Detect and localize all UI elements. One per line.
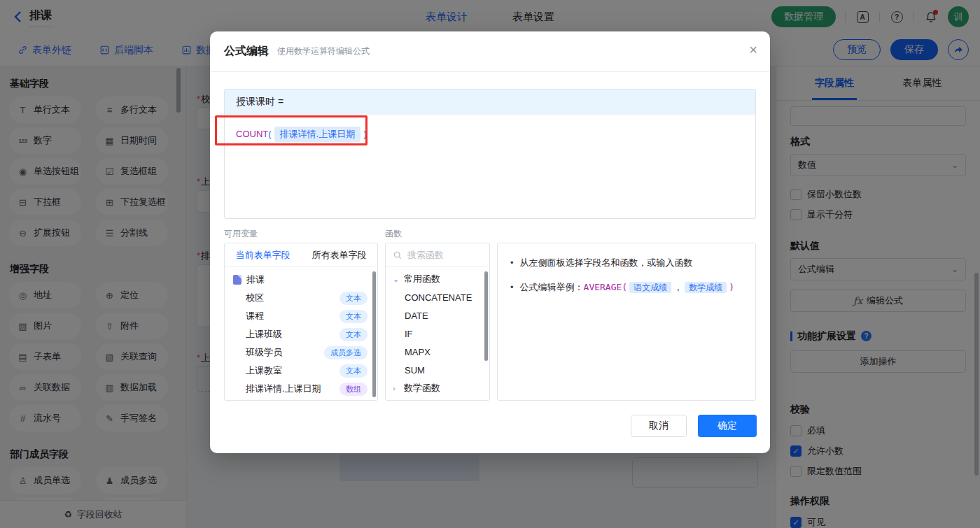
search-icon xyxy=(393,250,402,260)
variable-name: 上课班级 xyxy=(246,328,282,341)
function-name: DATE xyxy=(405,311,428,321)
functions-list: 常用函数 CONCATENATE DATE IF xyxy=(386,267,489,401)
variable-name: 课程 xyxy=(246,310,264,322)
variables-list: 校区 文本 课程 文本 上课班级 文本 班级学员 xyxy=(225,289,377,398)
function-name: MAPX xyxy=(405,347,430,357)
variable-type-badge: 文本 xyxy=(340,364,368,378)
function-row[interactable]: 数学函数 xyxy=(386,379,489,397)
function-row[interactable]: MAPX xyxy=(386,343,489,361)
variables-tabs: 当前表单字段 所有表单字段 xyxy=(225,243,377,267)
function-search[interactable] xyxy=(386,243,489,267)
variable-name: 上课教室 xyxy=(246,364,282,377)
formula-target: 授课课时 = xyxy=(225,90,755,115)
function-name: 常用函数 xyxy=(404,273,440,285)
variable-row[interactable]: 排课详情.上课日期 数组 xyxy=(225,380,377,398)
functions-scrollbar[interactable] xyxy=(484,271,488,361)
tab-all-form-fields[interactable]: 所有表单字段 xyxy=(301,243,377,266)
variable-name: 班级学员 xyxy=(246,346,282,359)
formula-field-token[interactable]: 排课详情.上课日期 xyxy=(274,127,361,142)
example-field-token: 数学成绩 xyxy=(685,282,727,293)
confirm-button[interactable]: 确定 xyxy=(698,415,757,437)
form-tree-root[interactable]: 排课 xyxy=(225,270,377,289)
function-row[interactable]: IF xyxy=(386,324,489,343)
app-root: 排课 表单设计 表单设置 数据管理 A ? 训 表单外链 xyxy=(0,0,980,528)
variable-row[interactable]: 上课教室 文本 xyxy=(225,362,377,380)
variable-type-badge: 成员多选 xyxy=(324,346,368,359)
variable-type-badge: 数组 xyxy=(340,383,368,396)
variables-panel: 当前表单字段 所有表单字段 排课 校区 文本 课程 文本 xyxy=(224,243,378,401)
form-file-icon xyxy=(233,275,241,285)
cancel-button[interactable]: 取消 xyxy=(631,415,687,437)
variable-type-badge: 文本 xyxy=(340,328,368,341)
formula-help-panel: • 从左侧面板选择字段名和函数，或输入函数 • 公式编辑举例：AVERAGE(语… xyxy=(497,243,756,401)
variable-name: 排课详情.上课日期 xyxy=(246,383,321,395)
formula-edit-modal: 公式编辑 使用数学运算符编辑公式 × 授课课时 = COUNT(排课详情.上课日… xyxy=(210,31,770,453)
function-name: 数学函数 xyxy=(404,382,440,394)
functions-label: 函数 xyxy=(385,228,402,240)
modal-subtitle: 使用数学运算符编辑公式 xyxy=(277,45,370,57)
function-row[interactable]: SUM xyxy=(386,361,489,379)
example-field-token: 语文成绩 xyxy=(629,282,671,293)
functions-panel: 常用函数 CONCATENATE DATE IF xyxy=(385,243,490,401)
function-name: 文本函数 xyxy=(404,400,440,401)
variable-row[interactable]: 班级学员 成员多选 xyxy=(225,343,377,362)
help-example-line: • 公式编辑举例：AVERAGE(语文成绩，数学成绩) xyxy=(510,280,743,294)
chevron-icon xyxy=(393,384,400,392)
variables-label: 可用变量 xyxy=(224,228,258,240)
form-root-label: 排课 xyxy=(246,273,265,286)
function-name: SUM xyxy=(405,365,425,376)
formula-editor: 授课课时 = COUNT(排课详情.上课日期) xyxy=(224,89,756,219)
function-row[interactable]: 常用函数 xyxy=(386,270,489,288)
variable-row[interactable]: 校区 文本 xyxy=(225,289,377,307)
formula-input-area[interactable]: COUNT(排课详情.上课日期) xyxy=(225,115,755,154)
function-name: IF xyxy=(405,329,413,339)
formula-function: COUNT xyxy=(236,129,268,139)
function-row[interactable]: 文本函数 xyxy=(386,397,489,401)
chevron-icon xyxy=(393,275,400,284)
variable-row[interactable]: 课程 文本 xyxy=(225,307,377,325)
modal-title: 公式编辑 xyxy=(224,44,269,59)
variables-scrollbar[interactable] xyxy=(372,271,376,397)
function-row[interactable]: CONCATENATE xyxy=(386,288,489,306)
close-icon[interactable]: × xyxy=(749,43,757,57)
help-example: 公式编辑举例：AVERAGE(语文成绩，数学成绩) xyxy=(520,280,734,294)
variable-type-badge: 文本 xyxy=(340,310,368,323)
function-row[interactable]: DATE xyxy=(386,306,489,324)
variable-name: 校区 xyxy=(246,292,264,304)
modal-header: 公式编辑 使用数学运算符编辑公式 × xyxy=(210,31,770,72)
tab-current-form-fields[interactable]: 当前表单字段 xyxy=(225,243,301,266)
function-name: CONCATENATE xyxy=(405,292,472,303)
variable-type-badge: 文本 xyxy=(340,292,368,305)
help-line: • 从左侧面板选择字段名和函数，或输入函数 xyxy=(510,256,743,270)
function-search-input[interactable] xyxy=(407,250,477,260)
variable-row[interactable]: 上课班级 文本 xyxy=(225,325,377,343)
help-text: 从左侧面板选择字段名和函数，或输入函数 xyxy=(520,256,693,270)
